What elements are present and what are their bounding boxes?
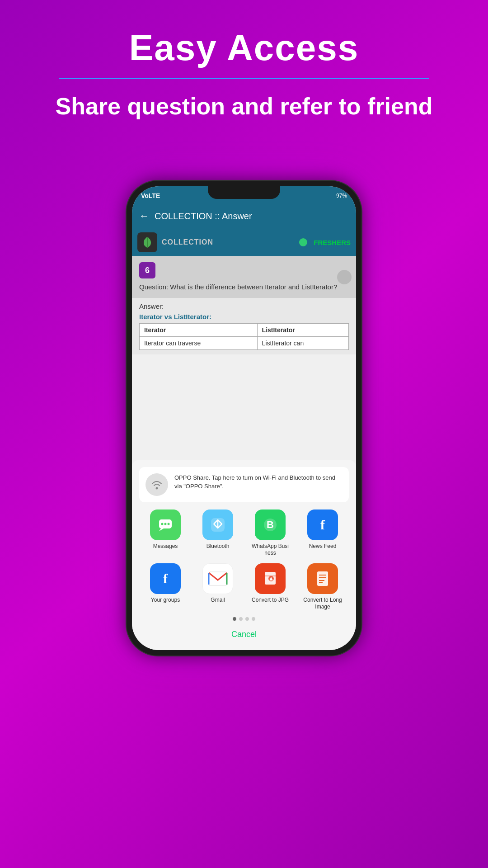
app-item-gmail[interactable]: Gmail	[197, 563, 238, 611]
table-row: Iterator can traverse ListIterator can	[140, 337, 349, 350]
svg-point-4	[164, 523, 167, 525]
app-bar-title: COLLECTION :: Answer	[155, 211, 252, 222]
svg-text:f: f	[320, 517, 325, 532]
leaf-icon	[141, 236, 154, 249]
svg-text:f: f	[163, 571, 168, 586]
phone-notch	[208, 186, 280, 199]
phone-inner: VoLTE 97% ← COLLECTION :: Answer	[132, 186, 356, 650]
apps-row-1: Messages Bluetooth	[139, 509, 349, 557]
newsfeed-label: News Feed	[309, 543, 337, 550]
svg-rect-15	[317, 571, 328, 586]
dot-2	[239, 617, 243, 621]
app-item-converttolong[interactable]: Convert to Long Image	[302, 563, 343, 611]
col-header-iterator: Iterator	[140, 324, 258, 337]
svg-point-3	[161, 523, 164, 525]
share-sheet[interactable]: OPPO Share. Tap here to turn on Wi-Fi an…	[132, 460, 356, 650]
oppo-icon	[145, 473, 168, 496]
phone-screen: VoLTE 97% ← COLLECTION :: Answer	[132, 186, 356, 650]
bluetooth-label: Bluetooth	[206, 543, 230, 550]
iterator-title: Iterator vs ListIterator:	[139, 313, 349, 321]
app-item-whatsapp[interactable]: B WhatsApp Busi ness	[250, 509, 291, 557]
messages-label: Messages	[153, 543, 178, 550]
collection-label: COLLECTION	[162, 238, 295, 246]
app-bar: ← COLLECTION :: Answer	[132, 203, 356, 229]
phone-container: VoLTE 97% ← COLLECTION :: Answer	[127, 181, 361, 656]
gmail-icon[interactable]	[202, 563, 233, 594]
cell-listiterator: ListIterator can	[257, 337, 348, 350]
dots-row	[139, 617, 349, 621]
battery-text: 97%	[336, 193, 347, 199]
dot-1	[233, 617, 236, 621]
divider-line	[59, 78, 429, 79]
whatsapp-icon[interactable]: B	[255, 509, 286, 540]
converttojpg-icon[interactable]	[255, 563, 286, 594]
question-section: 6 Question: What is the difference betwe…	[132, 256, 356, 298]
collection-row: COLLECTION FRESHERS	[132, 229, 356, 256]
cell-iterator: Iterator can traverse	[140, 337, 258, 350]
app-item-newsfeed[interactable]: f News Feed	[302, 509, 343, 557]
col-header-listiterator: ListIterator	[257, 324, 348, 337]
yourgroups-icon[interactable]: f	[150, 563, 181, 594]
question-number: 6	[139, 262, 155, 278]
converttojpg-label: Convert to JPG	[252, 597, 289, 604]
back-arrow[interactable]: ←	[139, 210, 149, 222]
dot-4	[252, 617, 255, 621]
converttolong-label: Convert to Long Image	[302, 597, 343, 611]
freshers-dot	[299, 238, 307, 246]
converttolong-icon[interactable]	[307, 563, 338, 594]
freshers-text: FRESHERS	[314, 239, 351, 246]
svg-point-0	[156, 487, 158, 489]
answer-section: Answer: Iterator vs ListIterator: Iterat…	[132, 298, 356, 354]
oppo-share-icon	[150, 477, 164, 492]
collection-icon	[137, 232, 157, 252]
newsfeed-icon[interactable]: f	[307, 509, 338, 540]
svg-marker-2	[159, 528, 164, 531]
comparison-table: Iterator ListIterator Iterator can trave…	[139, 323, 349, 350]
messages-icon[interactable]	[150, 509, 181, 540]
main-title: Easy Access	[0, 27, 488, 69]
bluetooth-icon[interactable]	[202, 509, 233, 540]
app-item-yourgroups[interactable]: f Your groups	[145, 563, 186, 611]
svg-rect-11	[209, 572, 227, 585]
app-item-messages[interactable]: Messages	[145, 509, 186, 557]
phone-frame: VoLTE 97% ← COLLECTION :: Answer	[127, 181, 361, 656]
whatsapp-label: WhatsApp Busi ness	[250, 543, 291, 557]
question-text: Question: What is the difference between…	[139, 282, 349, 292]
oppo-share-row[interactable]: OPPO Share. Tap here to turn on Wi-Fi an…	[139, 467, 349, 502]
yourgroups-label: Your groups	[151, 597, 180, 604]
subtitle: Share question and refer to friend	[0, 93, 488, 120]
scroll-indicator	[337, 270, 352, 284]
svg-text:B: B	[267, 519, 274, 530]
apps-row-2: f Your groups	[139, 563, 349, 611]
carrier-text: VoLTE	[141, 192, 160, 199]
gmail-label: Gmail	[211, 597, 225, 604]
dot-3	[245, 617, 249, 621]
answer-label: Answer:	[139, 302, 349, 310]
header-section: Easy Access Share question and refer to …	[0, 0, 488, 129]
svg-point-5	[168, 523, 170, 525]
oppo-share-text: OPPO Share. Tap here to turn on Wi-Fi an…	[174, 473, 343, 491]
cancel-btn[interactable]: Cancel	[139, 626, 349, 643]
app-item-converttojpg[interactable]: Convert to JPG	[250, 563, 291, 611]
app-item-bluetooth[interactable]: Bluetooth	[197, 509, 238, 557]
